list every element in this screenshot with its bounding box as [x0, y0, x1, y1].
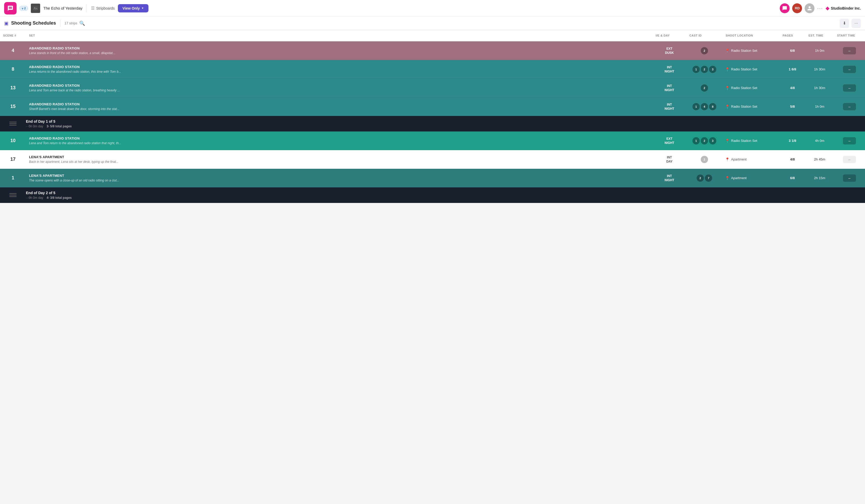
top-nav: v 2 The Echo of Yesterday ☰ Stripboards … [0, 0, 865, 16]
scene-number: 8 [0, 67, 26, 72]
scene-number: 10 [0, 138, 26, 143]
cast-badge: 2 [701, 47, 708, 54]
pages: 6/8 [780, 176, 805, 180]
col-ie-day: I/E & DAY [653, 30, 686, 41]
pages: 6/8 [780, 49, 805, 52]
ie-label: INT [667, 66, 672, 69]
start-time-button[interactable]: – [843, 47, 856, 54]
schedule-icon: ▣ [4, 21, 9, 26]
cast-ids: 2 [686, 47, 723, 54]
avatar-chat[interactable] [780, 3, 789, 13]
svg-rect-7 [9, 196, 16, 197]
stripboards-nav[interactable]: ☰ Stripboards [91, 6, 115, 11]
day-end-pages: 3· 5/8 total pages [47, 125, 72, 128]
location-name: Apartment [731, 157, 747, 161]
location-name: Radio Station Set [731, 67, 757, 71]
est-time: 1h 30m [805, 86, 834, 90]
version-badge: v 2 [20, 6, 28, 11]
ie-label: EXT [666, 47, 672, 50]
avatar-user[interactable] [805, 3, 815, 13]
day-end-pages: 4· 3/8 total pages [47, 196, 72, 200]
strips-count: 17 strips [65, 21, 77, 25]
ie-day: INTNIGHT [653, 174, 686, 182]
avatar-rd-initials: RD [795, 6, 800, 10]
location-name: Radio Station Set [731, 139, 757, 143]
start-time-button[interactable]: – [843, 175, 856, 182]
set-name: ABANDONED RADIO STATION [29, 137, 649, 140]
shoot-location: 📍Radio Station Set [723, 139, 780, 143]
svg-rect-5 [9, 193, 16, 194]
shoot-location: 📍Radio Station Set [723, 67, 780, 71]
cast-badge: 1 [692, 66, 700, 73]
pages-bold: 1 [789, 67, 792, 71]
location-icon: 📍 [725, 67, 729, 71]
location-icon: 📍 [725, 49, 729, 53]
col-scene-num: SCENE # [0, 30, 26, 41]
ie-label: INT [667, 174, 672, 178]
search-button[interactable]: 🔍 [79, 21, 85, 26]
cast-badge: 2 [696, 175, 704, 182]
cast-ids: 2 [686, 84, 723, 92]
start-time-button[interactable]: – [843, 137, 856, 144]
svg-rect-3 [9, 123, 16, 124]
shoot-location: 📍Radio Station Set [723, 86, 780, 90]
scene-info: ABANDONED RADIO STATION Sheriff Barrett'… [26, 99, 653, 113]
start-time-cell: – [834, 47, 865, 54]
schedule-rows: 4 ABANDONED RADIO STATION Lena stands in… [0, 42, 865, 203]
sb-icon: ◆ [826, 5, 829, 11]
day-end-title: End of Day 2 of 5 [26, 191, 865, 195]
scene-number: 15 [0, 104, 26, 109]
page-title: Shooting Schedules [11, 21, 56, 26]
shoot-location: 📍Radio Station Set [723, 49, 780, 53]
day-label: NIGHT [665, 70, 674, 73]
start-time-cell: – [834, 84, 865, 92]
cast-badge: 8 [709, 103, 716, 110]
scene-info: LENA'S APARTMENT Back in her apartment, … [26, 152, 653, 166]
est-time: 4h 0m [805, 139, 834, 143]
start-time-button[interactable]: – [843, 103, 856, 110]
start-time-button[interactable]: – [843, 66, 856, 73]
stripboards-label: Stripboards [96, 6, 115, 10]
col-set: SET [26, 30, 653, 41]
set-name: ABANDONED RADIO STATION [29, 65, 649, 69]
svg-rect-2 [9, 122, 16, 122]
scene-description: Lena and Tom arrive back at the radio st… [29, 89, 649, 92]
avatar-rd[interactable]: RD [792, 3, 802, 13]
more-options-button[interactable]: ··· [852, 19, 861, 28]
ie-label: INT [667, 103, 672, 106]
project-title: The Echo of Yesterday [43, 6, 82, 10]
cast-badge: 1 [692, 103, 700, 110]
est-time: 1h 30m [805, 67, 834, 71]
start-time-button[interactable]: – [843, 156, 856, 163]
pages: 4/8 [780, 86, 805, 90]
table-row: 15 ABANDONED RADIO STATION Sheriff Barre… [0, 97, 865, 116]
view-only-label: View Only [123, 6, 140, 10]
location-icon: 📍 [725, 86, 729, 90]
view-only-button[interactable]: View Only ▼ [118, 4, 149, 12]
day-end-title: End of Day 1 of 5 [26, 119, 865, 124]
start-time-cell: – [834, 156, 865, 163]
ie-label: INT [667, 84, 672, 88]
set-name: ABANDONED RADIO STATION [29, 84, 649, 87]
sub-header-actions: ⬇ ··· [840, 19, 861, 28]
table-row: 17 LENA'S APARTMENT Back in her apartmen… [0, 150, 865, 169]
logo-button[interactable] [4, 2, 16, 14]
location-name: Radio Station Set [731, 49, 757, 52]
chevron-down-icon: ▼ [141, 7, 144, 10]
nav-more-button[interactable]: ··· [817, 5, 823, 11]
ie-day: EXTNIGHT [653, 137, 686, 145]
scene-info: ABANDONED RADIO STATION Lena returns to … [26, 62, 653, 76]
location-name: Radio Station Set [731, 105, 757, 108]
shoot-location: 📍Radio Station Set [723, 105, 780, 109]
cast-badge: 7 [705, 175, 712, 182]
sub-header: ▣ Shooting Schedules 17 strips 🔍 ⬇ ··· [0, 16, 865, 30]
start-time-cell: – [834, 175, 865, 182]
start-time-button[interactable]: – [843, 84, 856, 92]
set-name: LENA'S APARTMENT [29, 155, 649, 159]
cast-badge: 2 [701, 137, 708, 144]
cast-ids: 27 [686, 175, 723, 182]
col-cast-id: CAST ID [686, 30, 723, 41]
table-row: 10 ABANDONED RADIO STATION Lena and Tom … [0, 131, 865, 150]
download-button[interactable]: ⬇ [840, 19, 849, 28]
scene-info: ABANDONED RADIO STATION Lena and Tom arr… [26, 81, 653, 95]
